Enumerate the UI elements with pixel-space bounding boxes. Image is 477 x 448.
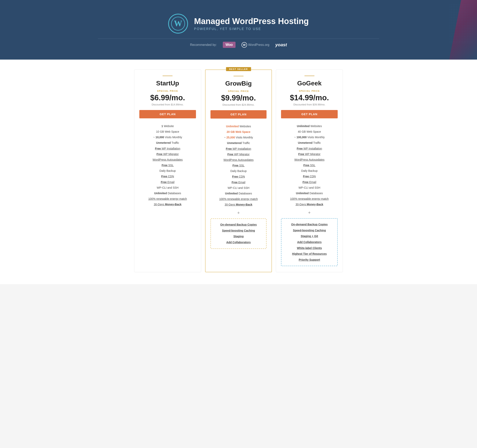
- feature-item: 100% renewable energy match: [139, 196, 196, 202]
- plan-name-growbig: GrowBig: [210, 80, 267, 87]
- feature-item: Unlimited Databases: [139, 190, 196, 196]
- plan-card-gogeek: GoGeekSPECIAL PRICE$14.99/mo.Discounted …: [276, 70, 343, 272]
- feature-bold: Unmetered: [298, 141, 313, 144]
- extra-item: Staging + Git: [284, 233, 334, 239]
- feature-item: Free WP Installation: [281, 146, 338, 151]
- plan-card-startup: StartUpSPECIAL PRICE$6.99/mo.Discounted …: [134, 70, 201, 272]
- feature-item: 20 GB Web Space: [210, 129, 267, 135]
- feature-item: Free WP Installation: [210, 146, 267, 151]
- page-title: Managed WordPress Hosting: [194, 17, 309, 26]
- extra-item: Priority Support: [284, 257, 334, 263]
- feature-item: WordPress Autoupdates: [281, 157, 338, 163]
- feature-item: Free CDN: [139, 174, 196, 179]
- feature-item: ~ 100,000 Visits Monthly: [281, 134, 338, 140]
- best-seller-badge: BEST SELLER: [226, 67, 251, 71]
- feature-item: 100% renewable energy match: [281, 196, 338, 202]
- extras-box-growbig: On-demand Backup CopiesSpeed-boosting Ca…: [210, 218, 267, 249]
- extras-box-gogeek: On-demand Backup CopiesSpeed-boosting Ca…: [281, 218, 338, 266]
- wordpress-brand-label: WordPress.org: [248, 43, 269, 47]
- features-list-startup: 1 Website10 GB Web Space~ 10,000 Visits …: [139, 123, 196, 207]
- price-startup: $6.99/mo.: [139, 93, 196, 102]
- plan-card-growbig: BEST SELLERGrowBigSPECIAL PRICE$9.99/mo.…: [205, 70, 272, 272]
- feature-item: Free Email: [281, 179, 338, 185]
- feature-bold: Free: [226, 147, 232, 150]
- feature-bold: Unlimited: [226, 125, 239, 128]
- wordpress-small-icon: W: [241, 42, 247, 48]
- feature-bold: Free: [298, 152, 304, 156]
- feature-bold: Free: [161, 175, 167, 178]
- extra-item: Speed-boosting Caching: [214, 228, 263, 234]
- extra-item: Speed-boosting Caching: [284, 227, 334, 233]
- feature-bold: Free: [233, 164, 238, 167]
- extra-item: Highest Tier of Resources: [284, 251, 334, 257]
- plan-top-line: [163, 76, 173, 76]
- feature-item: Unlimited Databases: [210, 191, 267, 196]
- page-subtitle: POWERFUL, YET SIMPLE TO USE: [194, 27, 309, 31]
- discounted-from-startup: Discounted from $14.99/mo.: [139, 103, 196, 106]
- feature-bold: Free: [303, 175, 309, 178]
- feature-item: Free WP Migrator: [281, 151, 338, 157]
- feature-highlight: 20 GB Web Space: [227, 130, 250, 134]
- get-plan-button-startup[interactable]: GET PLAN: [139, 110, 196, 118]
- feature-bold: Unlimited: [154, 192, 167, 195]
- extra-item: White-label Clients: [284, 245, 334, 251]
- feature-bold: Money-Back: [165, 203, 181, 206]
- feature-item: Free CDN: [210, 174, 267, 179]
- feature-bold: Free: [232, 175, 238, 178]
- feature-bold: Free: [232, 181, 238, 184]
- feature-item: 30-Days Money-Back: [281, 202, 338, 207]
- special-price-label-gogeek: SPECIAL PRICE: [281, 90, 338, 92]
- feature-item: Unmetered Traffic: [210, 140, 267, 146]
- brand-yoast: yoast: [275, 42, 287, 47]
- pricing-grid: StartUpSPECIAL PRICE$6.99/mo.Discounted …: [134, 70, 343, 272]
- plan-top-line: [304, 76, 314, 76]
- feature-item: Unlimited Websites: [210, 123, 267, 129]
- feature-item: 40 GB Web Space: [281, 129, 338, 134]
- feature-item: Free WP Migrator: [139, 151, 196, 157]
- plus-separator-gogeek: +: [281, 210, 338, 215]
- extra-item: On-demand Backup Copies: [214, 222, 263, 228]
- feature-bold: Free: [297, 147, 303, 150]
- price-growbig: $9.99/mo.: [210, 93, 267, 102]
- plus-separator-growbig: +: [210, 210, 267, 215]
- feature-item: Unmetered Traffic: [281, 140, 338, 145]
- feature-bold: Unmetered: [227, 141, 242, 145]
- brand-woo: Woo: [223, 42, 236, 48]
- feature-bold: Free: [161, 180, 167, 184]
- feature-bold: Unlimited: [225, 192, 238, 195]
- features-list-gogeek: Unlimited Websites40 GB Web Space~ 100,0…: [281, 123, 338, 207]
- feature-item: ~ 25,000 Visits Monthly: [210, 135, 267, 140]
- feature-bold: Money-Back: [236, 203, 252, 206]
- feature-item: WP-CLI and SSH: [281, 185, 338, 190]
- recommended-label: Recommended by:: [190, 43, 217, 47]
- feature-item: ~ 10,000 Visits Monthly: [139, 134, 196, 140]
- get-plan-button-gogeek[interactable]: GET PLAN: [281, 110, 338, 118]
- feature-item: Unlimited Websites: [281, 123, 338, 129]
- brand-wordpress: W WordPress.org: [241, 42, 269, 48]
- feature-bold: Free: [303, 180, 309, 184]
- feature-bold: Unmetered: [156, 141, 171, 144]
- feature-bold: 25,000: [226, 136, 235, 139]
- feature-bold: 100,000: [297, 136, 307, 139]
- wordpress-logo: W: [168, 14, 188, 34]
- feature-item: Free WP Migrator: [210, 151, 267, 157]
- feature-bold: Free: [157, 152, 163, 156]
- extra-item: On-demand Backup Copies: [284, 222, 334, 227]
- feature-bold: Free: [304, 164, 310, 167]
- pricing-section: StartUpSPECIAL PRICE$6.99/mo.Discounted …: [0, 60, 477, 284]
- feature-item: Unlimited Databases: [281, 190, 338, 196]
- plan-name-gogeek: GoGeek: [281, 80, 338, 87]
- features-list-growbig: Unlimited Websites20 GB Web Space~ 25,00…: [210, 123, 267, 207]
- feature-bold: Free: [227, 153, 233, 156]
- feature-item: Free SSL: [281, 163, 338, 168]
- feature-item: 30-Days Money-Back: [210, 202, 267, 207]
- feature-bold: Free: [161, 164, 167, 167]
- extra-item: Add Collaborators: [214, 239, 263, 245]
- feature-bold: 1: [161, 124, 163, 128]
- feature-bold: Unlimited: [297, 124, 310, 128]
- special-price-label-growbig: SPECIAL PRICE: [210, 90, 267, 92]
- feature-item: Daily Backup: [139, 168, 196, 174]
- feature-item: Free Email: [210, 180, 267, 185]
- feature-item: WP-CLI and SSH: [139, 185, 196, 190]
- get-plan-button-growbig[interactable]: GET PLAN: [210, 110, 267, 119]
